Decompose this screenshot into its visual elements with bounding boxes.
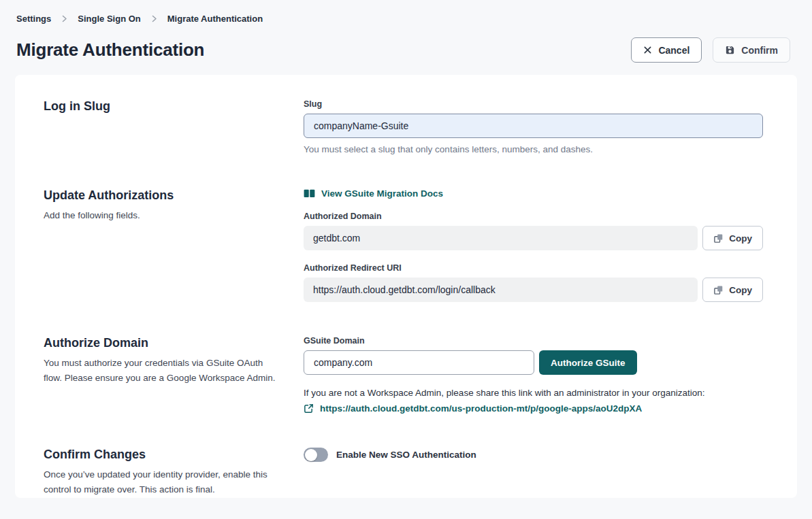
gsuite-domain-input[interactable]	[304, 350, 534, 375]
copy-icon	[713, 233, 724, 244]
copy-authorized-domain-button[interactable]: Copy	[702, 226, 763, 250]
admin-share-note: If you are not a Workspace Admin, please…	[304, 388, 763, 398]
cancel-button-label: Cancel	[658, 45, 689, 56]
cancel-button[interactable]: Cancel	[631, 37, 702, 63]
page-header: Settings Single Sign On Migrate Authenti…	[0, 0, 812, 75]
book-open-icon	[304, 189, 315, 198]
slug-help-text: You must select a slug that only contain…	[304, 144, 763, 154]
confirm-changes-heading: Confirm Changes	[44, 448, 283, 462]
update-authorizations-heading: Update Authorizations	[44, 188, 283, 203]
breadcrumb-single-sign-on[interactable]: Single Sign On	[78, 14, 140, 24]
authorize-domain-subtitle: You must authorize your credentials via …	[44, 356, 283, 385]
gsuite-domain-label: GSuite Domain	[304, 336, 763, 346]
external-link-icon	[304, 403, 314, 414]
header-actions: Cancel Confirm	[631, 37, 790, 63]
chevron-right-icon	[61, 15, 68, 22]
confirm-button-label: Confirm	[741, 45, 778, 56]
breadcrumb-settings[interactable]: Settings	[16, 14, 51, 24]
update-authorizations-subtitle: Add the following fields.	[44, 208, 283, 223]
section-confirm-changes: Confirm Changes Once you’ve updated your…	[44, 448, 763, 497]
settings-card: Log in Slug Slug You must select a slug …	[15, 75, 797, 498]
slug-input[interactable]	[304, 114, 763, 138]
section-authorize-domain: Authorize Domain You must authorize your…	[44, 336, 763, 414]
confirm-changes-subtitle: Once you’ve updated your identity provid…	[44, 467, 283, 497]
page-title: Migrate Authentication	[16, 39, 204, 61]
admin-authorize-link[interactable]: https://auth.cloud.getdbt.com/us-product…	[320, 403, 642, 414]
login-slug-heading: Log in Slug	[44, 99, 283, 114]
copy-icon	[713, 285, 724, 295]
gsuite-migration-docs-link-label: View GSuite Migration Docs	[321, 188, 443, 199]
authorized-domain-field: getdbt.com	[304, 226, 698, 250]
slug-label: Slug	[304, 99, 763, 109]
copy-button-label: Copy	[729, 285, 752, 295]
close-icon	[643, 46, 652, 54]
authorized-domain-label: Authorized Domain	[304, 212, 763, 221]
gsuite-migration-docs-link[interactable]: View GSuite Migration Docs	[304, 188, 443, 199]
copy-redirect-uri-button[interactable]: Copy	[702, 278, 763, 302]
toggle-knob	[305, 449, 317, 461]
authorize-domain-heading: Authorize Domain	[44, 336, 283, 350]
enable-sso-toggle-label: Enable New SSO Authentication	[336, 450, 476, 460]
breadcrumb-current: Migrate Authentication	[167, 14, 263, 24]
save-icon	[725, 45, 735, 55]
copy-button-label: Copy	[729, 233, 752, 244]
chevron-right-icon	[150, 15, 158, 22]
authorized-redirect-uri-field: https://auth.cloud.getdbt.com/login/call…	[304, 278, 698, 302]
breadcrumb: Settings Single Sign On Migrate Authenti…	[16, 14, 790, 24]
confirm-button[interactable]: Confirm	[713, 37, 790, 63]
section-login-slug: Log in Slug Slug You must select a slug …	[44, 99, 763, 154]
enable-sso-toggle[interactable]	[304, 448, 328, 462]
section-update-authorizations: Update Authorizations Add the following …	[44, 188, 763, 302]
authorized-redirect-uri-label: Authorized Redirect URI	[304, 263, 763, 273]
authorize-gsuite-button[interactable]: Authorize GSuite	[539, 350, 637, 375]
